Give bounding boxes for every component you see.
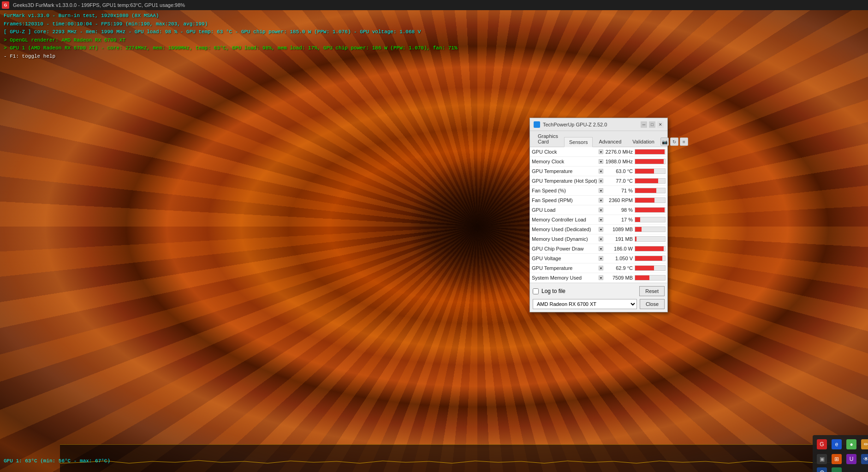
gpu-selector[interactable]: AMD Radeon RX 6700 XT xyxy=(533,299,637,309)
minimize-button[interactable]: ─ xyxy=(641,121,647,128)
sensor-value: 1.050 V xyxy=(603,256,635,261)
sensor-dropdown-button[interactable]: ▼ xyxy=(599,275,603,280)
close-sensors-button[interactable]: Close xyxy=(640,299,665,309)
sensor-dropdown-button[interactable]: ▼ xyxy=(599,266,603,270)
sensor-dropdown-button[interactable]: ▼ xyxy=(599,169,603,173)
cloud-tray[interactable]: ☁ xyxy=(832,467,842,472)
furmark-line4: > OpenGL renderer: AMD Radeon RX 6700 XT xyxy=(4,36,458,45)
sensor-value: 2360 RPM xyxy=(603,197,635,203)
sensor-row: GPU Temperature▼62.9 °C xyxy=(530,263,667,273)
sensor-dropdown-button[interactable]: ▼ xyxy=(599,217,603,222)
sensor-bar xyxy=(635,237,636,241)
edge-tray[interactable]: e xyxy=(832,439,842,449)
gpuz-bottom-panel: Log to file Reset AMD Radeon RX 6700 XT … xyxy=(530,283,667,312)
screenshot-icon[interactable]: 📷 xyxy=(660,137,669,146)
sensor-dropdown-button[interactable]: ▼ xyxy=(599,159,603,164)
sensor-bar xyxy=(635,227,642,232)
sensor-dropdown-button[interactable]: ▼ xyxy=(599,227,603,232)
sensor-row: Memory Clock▼1988.0 MHz xyxy=(530,157,667,167)
sensor-bar-container xyxy=(635,217,666,222)
app3-tray[interactable]: U xyxy=(846,454,856,464)
sensor-bar-container xyxy=(635,275,666,281)
sensor-bar-container xyxy=(635,159,666,164)
sensor-value: 2276.0 MHz xyxy=(603,149,635,155)
sensor-dropdown-button[interactable]: ▼ xyxy=(599,188,603,193)
menu-icon[interactable]: ≡ xyxy=(680,137,688,146)
gpuz-window-controls: ─ □ ✕ xyxy=(641,121,664,128)
maximize-button[interactable]: □ xyxy=(649,121,655,128)
sensor-value: 191 MB xyxy=(603,236,635,242)
sensor-bar-container xyxy=(635,188,666,193)
app2-tray[interactable]: ⊞ xyxy=(832,454,842,464)
sensor-row: GPU Clock▼2276.0 MHz xyxy=(530,147,667,157)
sensor-dropdown-button[interactable]: ▼ xyxy=(599,149,603,154)
taskbar: G Geeks3D FurMark v1.33.0.0 - 199FPS, GP… xyxy=(0,0,868,10)
sensor-bar xyxy=(635,159,664,164)
sensor-row: GPU Chip Power Draw▼186.0 W xyxy=(530,244,667,254)
graph-label: GPU 1: 63°C (min: 56°C - max: 67°C) xyxy=(4,458,110,464)
gpuz-app-icon xyxy=(534,121,540,128)
app4-tray[interactable]: 👁 xyxy=(861,454,868,464)
sensor-value: 186.0 W xyxy=(603,246,635,251)
sensors-table: GPU Clock▼2276.0 MHzMemory Clock▼1988.0 … xyxy=(530,147,667,283)
taskbar-title: Geeks3D FurMark v1.33.0.0 - 199FPS, GPU1… xyxy=(13,2,185,8)
sensor-bar xyxy=(635,179,658,183)
sensor-row: Fan Speed (RPM)▼2360 RPM xyxy=(530,196,667,205)
sensor-bar xyxy=(635,169,654,173)
tab-validation[interactable]: Validation xyxy=(627,137,660,147)
sensor-row: GPU Temperature (Hot Spot)▼77.0 °C xyxy=(530,176,667,186)
sensor-name: Fan Speed (RPM)▼ xyxy=(532,197,603,203)
sensor-row: Fan Speed (%)▼71 % xyxy=(530,186,667,196)
gear-tray[interactable]: ⚙ xyxy=(817,467,827,472)
gpuz-window: TechPowerUp GPU-Z 2.52.0 ─ □ ✕ Graphics … xyxy=(529,118,668,312)
furmark-line2: Frames:120310 - time:00:10:04 - FPS:199 … xyxy=(4,20,458,29)
sensor-bar xyxy=(635,275,649,280)
sensor-row: GPU Voltage▼1.050 V xyxy=(530,254,667,263)
sensor-row: Memory Controller Load▼17 % xyxy=(530,215,667,225)
sensor-bar xyxy=(635,256,662,261)
close-button[interactable]: ✕ xyxy=(657,121,664,128)
sensor-bar xyxy=(635,188,656,193)
sensor-name: Fan Speed (%)▼ xyxy=(532,188,603,193)
tab-sensors[interactable]: Sensors xyxy=(564,137,593,147)
tab-graphics-card[interactable]: Graphics Card xyxy=(533,131,563,147)
sensor-name: Memory Clock▼ xyxy=(532,159,603,164)
sensor-name: Memory Used (Dedicated)▼ xyxy=(532,227,603,232)
sensor-dropdown-button[interactable]: ▼ xyxy=(599,246,603,251)
sensor-name: GPU Temperature▼ xyxy=(532,168,603,174)
sensor-dropdown-button[interactable]: ▼ xyxy=(599,179,603,183)
sensor-value: 62.9 °C xyxy=(603,265,635,271)
gpuz-title: TechPowerUp GPU-Z 2.52.0 xyxy=(543,122,638,127)
log-to-file-checkbox[interactable] xyxy=(533,288,539,294)
sensor-dropdown-button[interactable]: ▼ xyxy=(599,237,603,241)
sensor-dropdown-button[interactable]: ▼ xyxy=(599,198,603,203)
sensor-bar-container xyxy=(635,207,666,213)
sensor-name: GPU Voltage▼ xyxy=(532,256,603,261)
system-tray: Ge●✏▣⊞U👁⚙☁ xyxy=(813,435,868,472)
sensor-bar-container xyxy=(635,227,666,232)
geeks3d-tray[interactable]: G xyxy=(817,439,827,449)
furmark-line5: > GPU 1 (AMD Radeon RX 6700 XT) - core: … xyxy=(4,44,458,53)
refresh-icon[interactable]: ↻ xyxy=(670,137,678,146)
app1-tray[interactable]: ▣ xyxy=(817,454,827,464)
log-to-file-row: Log to file Reset xyxy=(533,286,665,296)
furmark-overlay: FurMark v1.33.0 - Burn-in test, 1920x108… xyxy=(4,12,458,61)
sensor-bar-container xyxy=(635,197,666,203)
sensor-dropdown-button[interactable]: ▼ xyxy=(599,208,603,212)
chrome-tray[interactable]: ● xyxy=(846,439,856,449)
sensor-bar xyxy=(635,217,640,222)
reset-button[interactable]: Reset xyxy=(639,286,665,296)
sensor-bar-container xyxy=(635,178,666,184)
gpuz-titlebar: TechPowerUp GPU-Z 2.52.0 ─ □ ✕ xyxy=(530,118,667,131)
sensor-value: 7509 MB xyxy=(603,275,635,281)
gpuz-tab-bar: Graphics Card Sensors Advanced Validatio… xyxy=(530,131,667,147)
furmark-line3: [ GPU-Z ] core: 2293 MHz - mem: 1990 MHz… xyxy=(4,28,458,36)
pen-tray[interactable]: ✏ xyxy=(861,439,868,449)
sensor-bar xyxy=(635,198,654,203)
taskbar-app-icon: G xyxy=(2,1,9,9)
furmark-line6: - F1: toggle help xyxy=(4,53,458,61)
tab-advanced[interactable]: Advanced xyxy=(594,137,626,147)
sensor-dropdown-button[interactable]: ▼ xyxy=(599,256,603,261)
sensor-bar-container xyxy=(635,168,666,174)
sensor-value: 63.0 °C xyxy=(603,168,635,174)
